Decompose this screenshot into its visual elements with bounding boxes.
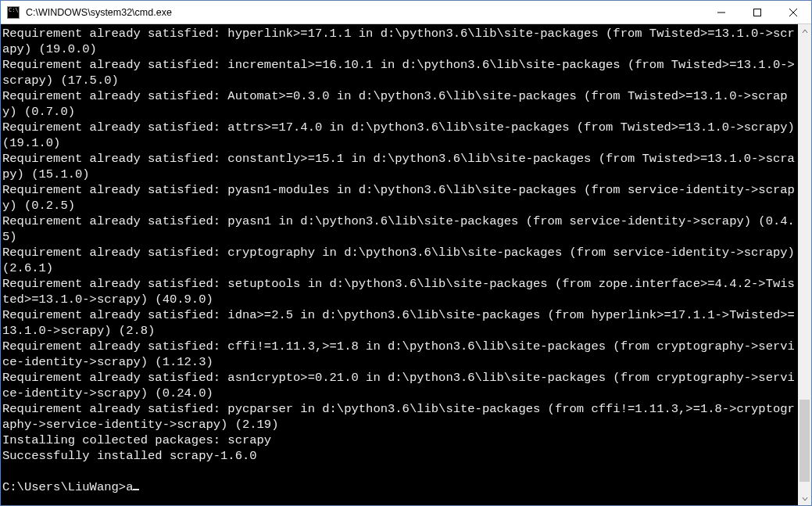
typed-text: a [126,480,133,494]
vertical-scrollbar[interactable] [798,24,811,505]
minimize-icon [717,9,725,16]
maximize-icon [753,9,761,16]
chevron-down-icon [802,496,808,502]
terminal-line: Requirement already satisfied: pyasn1 in… [2,214,798,245]
window-title: C:\WINDOWS\system32\cmd.exe [24,7,703,18]
minimize-button[interactable] [703,1,739,23]
terminal-line: Requirement already satisfied: constantl… [2,151,798,182]
terminal-line: Requirement already satisfied: asn1crypt… [2,370,798,401]
scroll-up-button[interactable] [798,24,811,38]
terminal-line: Requirement already satisfied: cffi!=1.1… [2,339,798,370]
terminal-line: Requirement already satisfied: idna>=2.5… [2,307,798,339]
close-button[interactable] [775,1,811,23]
terminal-line: Requirement already satisfied: Automat>=… [2,88,798,120]
maximize-button[interactable] [739,1,775,23]
client-area: Requirement already satisfied: hyperlink… [1,24,811,505]
terminal-line: Successfully installed scrapy-1.6.0 [2,448,798,464]
scroll-thumb[interactable] [799,400,810,482]
terminal-line: Requirement already satisfied: cryptogra… [2,245,798,276]
svg-rect-1 [754,9,761,16]
terminal-line: Requirement already satisfied: setuptool… [2,276,798,307]
prompt-line[interactable]: C:\Users\LiuWang>a [2,479,798,495]
cmd-icon [7,6,20,19]
terminal-output[interactable]: Requirement already satisfied: hyperlink… [1,24,798,505]
prompt-text: C:\Users\LiuWang> [2,480,126,494]
terminal-line: Requirement already satisfied: pycparser… [2,401,798,432]
terminal-line: Requirement already satisfied: increment… [2,57,798,88]
cmd-window: C:\WINDOWS\system32\cmd.exe Requirement … [0,0,812,506]
terminal-line: Requirement already satisfied: attrs>=17… [2,120,798,151]
scroll-down-button[interactable] [798,492,811,505]
text-cursor [133,489,139,490]
terminal-line: Requirement already satisfied: pyasn1-mo… [2,182,798,214]
window-controls [703,1,811,23]
chevron-up-icon [802,28,808,34]
terminal-line: Installing collected packages: scrapy [2,432,798,448]
close-icon [789,9,797,16]
terminal-line: Requirement already satisfied: hyperlink… [2,26,798,57]
terminal-line [2,464,798,479]
titlebar[interactable]: C:\WINDOWS\system32\cmd.exe [1,1,811,24]
